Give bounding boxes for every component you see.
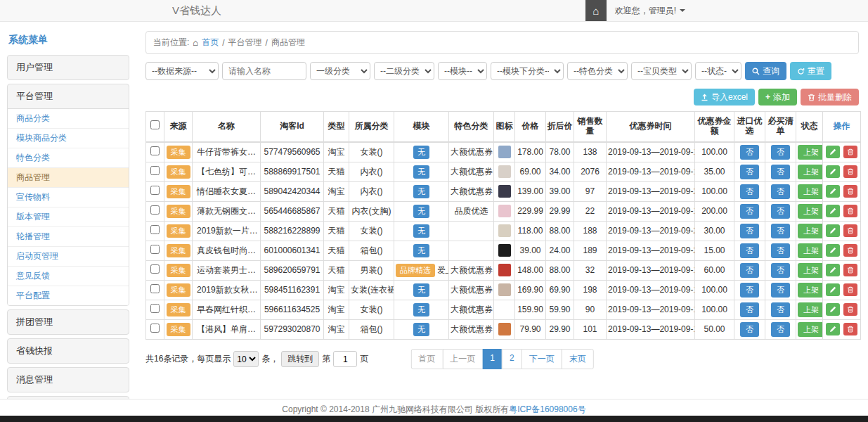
mustbuy-toggle-button[interactable]: 否 xyxy=(771,302,790,317)
imported-toggle-button[interactable]: 否 xyxy=(740,165,759,179)
status-button[interactable]: 上架 xyxy=(798,283,823,298)
sidebar-item-0[interactable]: 用户管理 xyxy=(8,56,129,79)
bulk-delete-button[interactable]: 批量删除 xyxy=(801,89,859,106)
delete-button[interactable] xyxy=(843,185,857,198)
row-checkbox[interactable] xyxy=(150,166,160,175)
status-button[interactable]: 上架 xyxy=(798,224,823,238)
row-checkbox[interactable] xyxy=(150,324,160,333)
jump-button[interactable]: 跳转到 xyxy=(281,351,319,367)
name-search-input[interactable] xyxy=(222,62,306,80)
delete-button[interactable] xyxy=(843,264,857,276)
mustbuy-toggle-button[interactable]: 否 xyxy=(771,184,790,199)
mustbuy-toggle-button[interactable]: 否 xyxy=(771,145,790,160)
row-checkbox[interactable] xyxy=(150,304,160,313)
page-button[interactable]: 1 xyxy=(482,349,503,369)
home-button[interactable]: ⌂ xyxy=(585,0,607,21)
sidebar-item-3[interactable]: 省钱快报 xyxy=(8,339,129,363)
edit-button[interactable] xyxy=(826,185,840,198)
level1-category-select[interactable]: 一级分类 xyxy=(310,62,370,80)
sidebar-subitem[interactable]: 模块商品分类 xyxy=(8,129,129,148)
sidebar-item-2[interactable]: 拼团管理 xyxy=(8,310,129,334)
edit-button[interactable] xyxy=(826,323,840,335)
mustbuy-toggle-button[interactable]: 否 xyxy=(771,243,790,258)
data-source-select[interactable]: --数据来源-- xyxy=(145,62,219,80)
item-type-select[interactable]: --宝贝类型-- xyxy=(631,62,692,80)
edit-button[interactable] xyxy=(826,146,840,158)
delete-button[interactable] xyxy=(843,165,857,178)
sidebar-subitem[interactable]: 宣传物料 xyxy=(8,188,129,207)
sidebar-subitem[interactable]: 启动页管理 xyxy=(8,247,129,267)
delete-button[interactable] xyxy=(843,283,857,296)
row-checkbox[interactable] xyxy=(150,245,160,254)
sidebar-subitem[interactable]: 意见反馈 xyxy=(8,267,129,286)
status-button[interactable]: 上架 xyxy=(798,302,823,317)
edit-button[interactable] xyxy=(826,303,840,316)
page-button[interactable]: 下一页 xyxy=(522,349,562,369)
sidebar-subitem[interactable]: 特色分类 xyxy=(8,148,129,168)
level2-category-select[interactable]: --二级分类-- xyxy=(374,62,434,80)
page-button[interactable]: 末页 xyxy=(562,349,594,369)
sidebar-subitem[interactable]: 商品管理 xyxy=(8,168,129,188)
edit-button[interactable] xyxy=(826,244,840,257)
delete-button[interactable] xyxy=(843,244,857,257)
status-button[interactable]: 上架 xyxy=(798,243,823,258)
status-select[interactable]: --状态-- xyxy=(695,62,741,80)
page-button[interactable]: 首页 xyxy=(410,349,443,369)
delete-button[interactable] xyxy=(843,205,857,217)
edit-button[interactable] xyxy=(826,165,840,178)
status-button[interactable]: 上架 xyxy=(798,184,823,199)
sidebar-subitem[interactable]: 商品分类 xyxy=(8,109,129,129)
imported-toggle-button[interactable]: 否 xyxy=(740,243,759,258)
icp-link[interactable]: 粤ICP备16098006号 xyxy=(509,404,585,414)
imported-toggle-button[interactable]: 否 xyxy=(740,224,759,238)
edit-button[interactable] xyxy=(826,224,840,237)
delete-button[interactable] xyxy=(843,323,857,335)
mustbuy-toggle-button[interactable]: 否 xyxy=(771,283,790,298)
sidebar-subitem[interactable]: 平台配置 xyxy=(8,286,129,305)
status-button[interactable]: 上架 xyxy=(798,263,823,278)
mustbuy-toggle-button[interactable]: 否 xyxy=(771,165,790,179)
module-sub-category-select[interactable]: --模块下分类-- xyxy=(491,62,564,80)
user-menu[interactable]: 欢迎您，管理员! xyxy=(607,0,694,21)
edit-button[interactable] xyxy=(826,264,840,276)
sidebar-item-4[interactable]: 消息管理 xyxy=(8,368,129,392)
status-button[interactable]: 上架 xyxy=(798,165,823,179)
mustbuy-toggle-button[interactable]: 否 xyxy=(771,204,790,219)
imported-toggle-button[interactable]: 否 xyxy=(740,283,759,298)
edit-button[interactable] xyxy=(826,205,840,217)
imported-toggle-button[interactable]: 否 xyxy=(740,184,759,199)
search-button[interactable]: 查询 xyxy=(745,62,786,80)
mustbuy-toggle-button[interactable]: 否 xyxy=(771,263,790,278)
select-all-checkbox[interactable] xyxy=(150,120,160,129)
status-button[interactable]: 上架 xyxy=(798,145,823,160)
delete-button[interactable] xyxy=(843,224,857,237)
mustbuy-toggle-button[interactable]: 否 xyxy=(771,224,790,238)
row-checkbox[interactable] xyxy=(150,186,160,195)
page-button[interactable]: 2 xyxy=(502,349,522,369)
imported-toggle-button[interactable]: 否 xyxy=(740,263,759,278)
sidebar-subitem[interactable]: 轮播管理 xyxy=(8,227,129,247)
per-page-select[interactable]: 10 xyxy=(233,351,259,367)
delete-button[interactable] xyxy=(843,303,857,316)
delete-button[interactable] xyxy=(843,146,857,158)
feature-category-select[interactable]: --特色分类-- xyxy=(567,62,628,80)
edit-button[interactable] xyxy=(826,283,840,296)
sidebar-subitem[interactable]: 版本管理 xyxy=(8,207,129,227)
status-button[interactable]: 上架 xyxy=(798,204,823,219)
row-checkbox[interactable] xyxy=(150,284,160,293)
mustbuy-toggle-button[interactable]: 否 xyxy=(771,322,790,337)
row-checkbox[interactable] xyxy=(150,205,160,215)
imported-toggle-button[interactable]: 否 xyxy=(740,145,759,160)
sidebar-item-1[interactable]: 平台管理 xyxy=(8,84,129,108)
row-checkbox[interactable] xyxy=(150,225,160,234)
row-checkbox[interactable] xyxy=(150,264,160,274)
imported-toggle-button[interactable]: 否 xyxy=(740,322,759,337)
imported-toggle-button[interactable]: 否 xyxy=(740,302,759,317)
page-button[interactable]: 上一页 xyxy=(442,349,483,369)
row-checkbox[interactable] xyxy=(150,146,160,155)
page-number-input[interactable] xyxy=(333,351,357,367)
imported-toggle-button[interactable]: 否 xyxy=(740,204,759,219)
import-excel-button[interactable]: 导入excel xyxy=(694,89,755,106)
reset-button[interactable]: 重置 xyxy=(790,62,831,80)
module-select[interactable]: --模块-- xyxy=(438,62,487,80)
